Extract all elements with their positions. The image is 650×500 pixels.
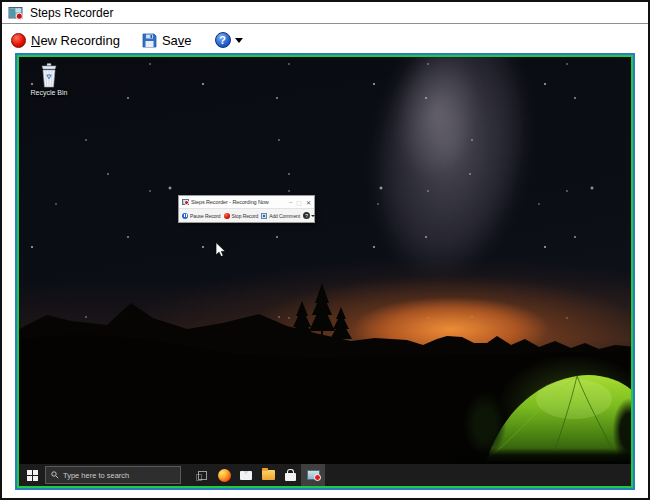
window-title: Steps Recorder [30, 6, 113, 20]
popup-add-comment-button: Add Comment [261, 213, 300, 219]
microsoft-store-icon [279, 464, 301, 486]
firefox-icon [213, 464, 235, 486]
steps-recorder-app-icon [8, 5, 24, 21]
mail-icon [235, 464, 257, 486]
popup-title-bar: Steps Recorder - Recording Now – ▢ ✕ [179, 196, 314, 208]
save-floppy-icon [142, 33, 157, 48]
popup-help-button: ? [303, 212, 315, 219]
main-toolbar: New Recording Save ? [2, 25, 648, 55]
stop-icon [224, 213, 230, 219]
windows-logo-icon [27, 470, 38, 481]
foreground-grass [449, 448, 631, 464]
popup-stop-record-button: Stop Record [224, 213, 259, 219]
help-icon: ? [215, 32, 231, 48]
captured-desktop: Recycle Bin Steps Recorder - Recording N… [17, 55, 633, 488]
title-bar: Steps Recorder [2, 2, 648, 24]
new-recording-button[interactable]: New Recording [6, 30, 125, 51]
save-label: Save [162, 33, 192, 48]
popup-app-icon [182, 199, 189, 205]
mouse-cursor [215, 242, 226, 258]
steps-recorder-window: Steps Recorder New Recording Save ? [0, 0, 650, 500]
popup-close-icon: ✕ [306, 199, 311, 206]
popup-maximize-icon: ▢ [296, 199, 302, 206]
popup-toolbar: Pause Record Stop Record Add Comment ? [179, 208, 314, 222]
record-icon [11, 33, 26, 48]
recycle-bin-desktop-icon: Recycle Bin [25, 62, 73, 96]
taskbar-icons [191, 464, 325, 486]
start-button [19, 464, 45, 486]
taskbar-search-box: Type here to search [45, 466, 181, 484]
search-placeholder: Type here to search [63, 471, 129, 480]
popup-window-controls: – ▢ ✕ [289, 199, 311, 206]
recording-now-popup: Steps Recorder - Recording Now – ▢ ✕ Pau… [178, 195, 315, 223]
save-button[interactable]: Save [137, 30, 197, 51]
help-dropdown-arrow-icon [235, 38, 243, 43]
recorded-screenshot-area[interactable]: Recycle Bin Steps Recorder - Recording N… [15, 53, 635, 490]
help-button[interactable]: ? [211, 29, 247, 51]
recycle-bin-icon [38, 62, 60, 88]
captured-taskbar: Type here to search [19, 464, 631, 486]
popup-pause-record-button: Pause Record [182, 213, 221, 219]
popup-help-dropdown-arrow-icon [311, 215, 315, 217]
steps-recorder-taskbar-icon [301, 464, 325, 486]
new-recording-label: New Recording [31, 33, 120, 48]
file-explorer-icon [257, 464, 279, 486]
popup-title: Steps Recorder - Recording Now [191, 199, 287, 205]
comment-icon [261, 213, 267, 219]
pause-icon [182, 213, 188, 219]
recycle-bin-label: Recycle Bin [25, 89, 73, 96]
search-icon [51, 471, 59, 479]
task-view-icon [191, 464, 213, 486]
popup-minimize-icon: – [289, 199, 292, 206]
popup-help-icon: ? [303, 212, 310, 219]
